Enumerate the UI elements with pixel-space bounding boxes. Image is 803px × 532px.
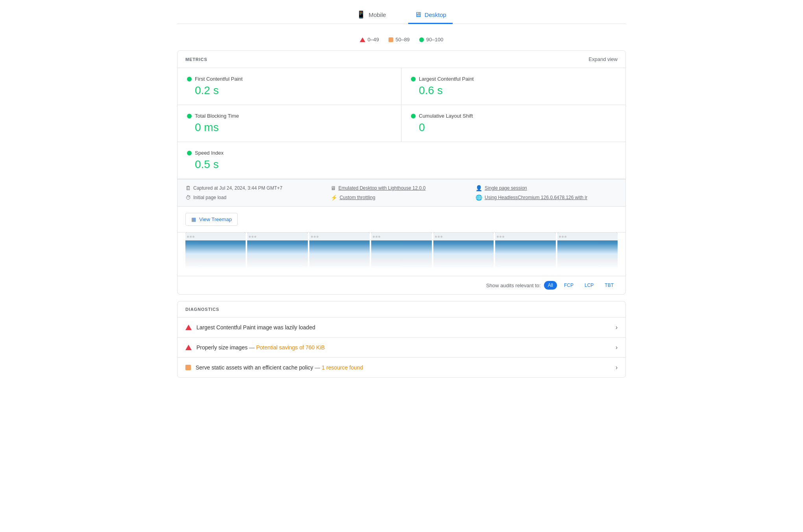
lcp-value: 0.6 s (411, 84, 616, 97)
expand-view-button[interactable]: Expand view (588, 56, 618, 62)
treemap-icon: ▦ (191, 216, 196, 222)
tab-mobile-label: Mobile (368, 11, 386, 18)
tab-mobile[interactable]: 📱 Mobile (350, 6, 392, 24)
audit-properly-size[interactable]: Properly size images — Potential savings… (178, 337, 625, 357)
cls-status-dot (411, 114, 416, 118)
fcp-status-dot (187, 77, 192, 81)
audit-lcp-lazy-icon (185, 325, 192, 330)
chevron-down-icon: › (616, 324, 618, 331)
audit-lcp-lazy-text: Largest Contentful Paint image was lazil… (196, 324, 611, 331)
cls-value: 0 (411, 121, 616, 134)
lcp-label: Largest Contentful Paint (419, 76, 474, 82)
metrics-grid: First Contentful Paint 0.2 s Largest Con… (178, 68, 625, 179)
filmstrip-frame-2 (247, 233, 307, 268)
legend-average: 50–89 (389, 37, 410, 42)
meta-captured-at-text: Captured at Jul 24, 2024, 3:44 PM GMT+7 (193, 185, 282, 191)
metrics-section: METRICS Expand view First Contentful Pai… (177, 50, 626, 295)
meta-page-load: ⏱ Initial page load (185, 194, 327, 201)
filmstrip-frame-5 (433, 233, 494, 268)
filmstrip-frame-7 (557, 233, 618, 268)
audit-filter-label: Show audits relevant to: (486, 283, 541, 288)
meta-captured-at: 🗓 Captured at Jul 24, 2024, 3:44 PM GMT+… (185, 185, 327, 191)
audit-static-assets[interactable]: Serve static assets with an efficient ca… (178, 357, 625, 377)
audit-static-assets-main: Serve static assets with an efficient ca… (196, 364, 313, 371)
meta-session: 👤 Single page session (476, 185, 618, 191)
calendar-icon: 🗓 (185, 185, 191, 191)
audit-static-assets-text: Serve static assets with an efficient ca… (196, 364, 611, 371)
user-icon: 👤 (476, 185, 482, 191)
view-treemap-button[interactable]: ▦ View Treemap (185, 213, 238, 226)
diagnostics-section: DIAGNOSTICS Largest Contentful Paint ima… (177, 301, 626, 378)
meta-emulated: 🖥 Emulated Desktop with Lighthouse 12.0.… (331, 185, 473, 191)
meta-browser: 🌐 Using HeadlessChromium 126.0.6478.126 … (476, 194, 618, 201)
meta-bar: 🗓 Captured at Jul 24, 2024, 3:44 PM GMT+… (178, 179, 625, 206)
audit-properly-size-icon (185, 345, 192, 350)
average-icon (389, 37, 393, 42)
legend-pass-label: 90–100 (426, 37, 443, 42)
mobile-icon: 📱 (357, 10, 365, 19)
view-treemap-label: View Treemap (199, 216, 232, 222)
filter-lcp-button[interactable]: LCP (581, 281, 598, 290)
diagnostics-title: DIAGNOSTICS (185, 307, 219, 312)
score-legend: 0–49 50–89 90–100 (177, 32, 626, 50)
tbt-value: 0 ms (187, 121, 392, 134)
fail-icon (360, 37, 365, 42)
meta-throttling-link[interactable]: Custom throttling (340, 195, 376, 200)
metric-fcp: First Contentful Paint 0.2 s (178, 68, 402, 105)
cls-label: Cumulative Layout Shift (419, 113, 473, 119)
meta-session-link[interactable]: Single page session (485, 185, 527, 191)
monitor-icon: 🖥 (331, 185, 336, 191)
filmstrip-container (178, 232, 625, 276)
si-label: Speed Index (195, 150, 224, 156)
legend-fail: 0–49 (360, 37, 379, 42)
tab-desktop[interactable]: 🖥 Desktop (408, 6, 453, 24)
meta-page-load-text: Initial page load (193, 195, 226, 200)
fcp-value: 0.2 s (187, 84, 392, 97)
audit-filter: Show audits relevant to: All FCP LCP TBT (178, 276, 625, 294)
meta-emulated-link[interactable]: Emulated Desktop with Lighthouse 12.0.0 (339, 185, 426, 191)
filter-fcp-button[interactable]: FCP (560, 281, 577, 290)
si-value: 0.5 s (187, 158, 616, 171)
audit-properly-size-main: Properly size images (196, 344, 248, 351)
audit-properly-size-savings: Potential savings of 760 KiB (256, 344, 325, 351)
throttle-icon: ⚡ (331, 194, 337, 201)
chevron-down-icon-2: › (616, 344, 618, 351)
desktop-icon: 🖥 (414, 11, 422, 19)
meta-throttling: ⚡ Custom throttling (331, 194, 473, 201)
si-status-dot (187, 151, 192, 155)
audit-properly-size-text: Properly size images — Potential savings… (196, 344, 611, 351)
tbt-label: Total Blocking Time (195, 113, 239, 119)
timer-icon: ⏱ (185, 194, 191, 201)
meta-browser-link[interactable]: Using HeadlessChromium 126.0.6478.126 wi… (485, 195, 587, 200)
filmstrip-frame-4 (371, 233, 431, 268)
audit-lcp-lazy[interactable]: Largest Contentful Paint image was lazil… (178, 317, 625, 337)
metric-si: Speed Index 0.5 s (178, 142, 625, 179)
globe-icon: 🌐 (476, 194, 482, 201)
tab-bar: 📱 Mobile 🖥 Desktop (177, 0, 626, 24)
tab-desktop-label: Desktop (425, 11, 446, 18)
legend-pass: 90–100 (419, 37, 443, 42)
metric-tbt: Total Blocking Time 0 ms (178, 105, 402, 142)
legend-average-label: 50–89 (396, 37, 410, 42)
lcp-status-dot (411, 77, 416, 81)
audit-static-assets-icon (185, 365, 191, 370)
legend-fail-label: 0–49 (368, 37, 379, 42)
filmstrip (185, 233, 618, 268)
filter-all-button[interactable]: All (544, 281, 557, 290)
metric-cls: Cumulative Layout Shift 0 (402, 105, 625, 142)
metrics-header: METRICS Expand view (178, 51, 625, 68)
tbt-status-dot (187, 114, 192, 118)
filmstrip-frame-3 (309, 233, 370, 268)
chevron-down-icon-3: › (616, 364, 618, 371)
filmstrip-frame-1 (185, 233, 246, 268)
metric-lcp: Largest Contentful Paint 0.6 s (402, 68, 625, 105)
treemap-section: ▦ View Treemap (178, 206, 625, 232)
audit-static-assets-savings: 1 resource found (322, 364, 363, 371)
diagnostics-header: DIAGNOSTICS (178, 301, 625, 317)
filmstrip-frame-6 (495, 233, 555, 268)
metrics-title: METRICS (185, 57, 207, 62)
filter-tbt-button[interactable]: TBT (601, 281, 618, 290)
pass-icon (419, 37, 424, 42)
fcp-label: First Contentful Paint (195, 76, 242, 82)
